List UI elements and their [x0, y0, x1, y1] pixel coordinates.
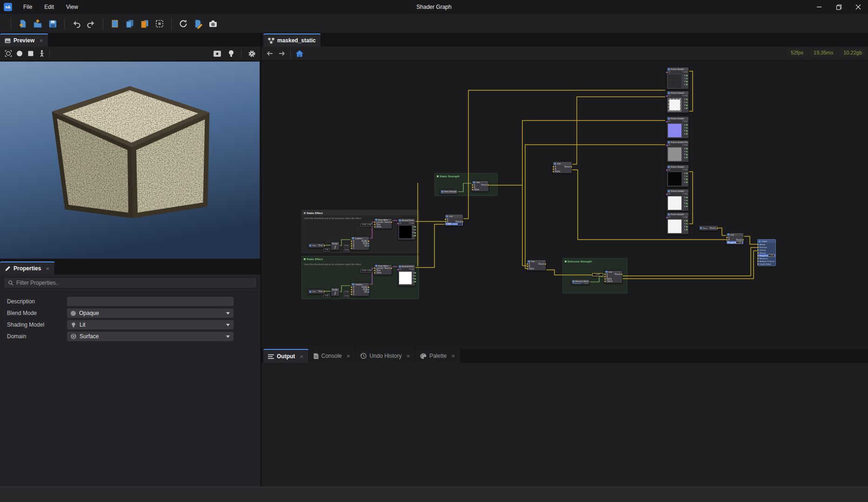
open-file-button[interactable]: [31, 17, 45, 31]
rename-button[interactable]: [191, 17, 205, 31]
bulb-icon: [71, 322, 76, 328]
history-icon: [360, 353, 367, 359]
graph-node-lerp-e[interactable]: LerpAResultBAlpha: [472, 181, 489, 192]
graph-node-fx2[interactable]: Static EffectCoordinatesResultTimeOffset: [374, 264, 392, 275]
graph-node-tex5[interactable]: Texture SampleUVRGBARGBA: [667, 165, 689, 187]
filter-properties-input[interactable]: [16, 280, 253, 286]
close-button[interactable]: [848, 0, 868, 14]
graph-node-val1c[interactable]: 0.00: [344, 249, 349, 252]
search-icon: [8, 280, 13, 286]
graph-node-tex4[interactable]: Texture Sample ParamUVRGBARGBA: [667, 140, 689, 162]
rename-icon: [193, 19, 203, 29]
home-icon[interactable]: [295, 50, 304, 57]
preview-viewport[interactable]: [0, 61, 260, 259]
graph-node-val2b[interactable]: 0.00: [344, 291, 349, 294]
blend-mode-dropdown[interactable]: Opaque: [67, 308, 234, 318]
graph-node-comb2[interactable]: CombineRRGBAGRGBBRGA: [351, 282, 369, 296]
graph-node-float-a[interactable]: FloatResult: [699, 225, 718, 231]
save-button[interactable]: [46, 17, 60, 31]
select-all-button[interactable]: [153, 17, 167, 31]
graph-node-emissive-strength[interactable]: Emissive Strength0.500: [571, 279, 590, 285]
document-icon: [314, 353, 319, 359]
tab-palette[interactable]: Palette ✕: [415, 349, 461, 363]
tab-console[interactable]: Console ✕: [309, 349, 355, 363]
graph-node-fx1[interactable]: Static EffectCoordinatesResultTimeOffset: [374, 218, 392, 229]
chevron-down-icon: [226, 335, 230, 338]
description-input[interactable]: [67, 296, 234, 307]
graph-node-val1b[interactable]: 0.00: [344, 245, 349, 248]
tab-properties-close-icon[interactable]: ✕: [46, 266, 49, 271]
orbit-view-icon[interactable]: [5, 50, 12, 57]
graph-node-lerp-d[interactable]: LerpABResultRoughness1.000: [726, 233, 744, 245]
tab-output-close-icon[interactable]: ✕: [300, 354, 303, 359]
forward-arrow-icon[interactable]: [278, 50, 286, 57]
new-file-button[interactable]: [16, 17, 30, 31]
cut-button[interactable]: [108, 17, 122, 31]
menu-view[interactable]: View: [61, 2, 83, 12]
filter-properties-box: [4, 277, 257, 288]
save-icon: [47, 19, 58, 29]
tab-palette-close-icon[interactable]: ✕: [451, 354, 455, 359]
redo-button[interactable]: [84, 17, 98, 31]
graph-node-tex2[interactable]: Texture SampleUVRGBARGBA: [667, 91, 689, 113]
graph-node-tex1[interactable]: Texture SampleUVRGBARGBA: [667, 67, 689, 89]
tab-masked-static[interactable]: masked_static: [263, 33, 321, 47]
tab-properties[interactable]: Properties ✕: [0, 261, 55, 274]
chevron-down-icon: [226, 312, 230, 315]
paste-button[interactable]: [138, 17, 152, 31]
figure-shape-icon[interactable]: [38, 50, 46, 57]
preview-toolbar: [0, 47, 260, 61]
graph-node-lerp-a[interactable]: LerpABResult0.500: [445, 214, 463, 226]
graph-node-val4[interactable]: 0.000: [592, 273, 603, 276]
restore-button[interactable]: [829, 0, 848, 14]
graph-node-val1a[interactable]: 1.00: [323, 248, 330, 252]
refresh-button[interactable]: [176, 17, 190, 31]
tab-output[interactable]: Output ✕: [263, 349, 309, 363]
graph-wire: [622, 251, 757, 279]
app-icon[interactable]: s&: [4, 3, 12, 11]
sphere-shape-icon[interactable]: [16, 50, 23, 57]
graph-node-lerp-f[interactable]: LerpAResultBAlphaClamp: [604, 270, 622, 283]
graph-wire: [590, 277, 604, 282]
tab-undo-history[interactable]: Undo History ✕: [355, 349, 415, 363]
graph-node-tex7[interactable]: Texture SampleUVRGBARGBA: [667, 212, 689, 234]
menu-file[interactable]: File: [19, 2, 37, 12]
graph-node-tex3[interactable]: Texture SampleUVRGBARGBA: [667, 116, 689, 139]
cube-shape-icon[interactable]: [27, 50, 34, 57]
graph-node-ns2[interactable]: Masked Static TextureUVRGBARGBA: [398, 264, 415, 286]
render-target-icon[interactable]: [213, 50, 221, 57]
lighting-icon[interactable]: [228, 50, 234, 58]
settings-gear-icon[interactable]: [248, 50, 256, 58]
graph-node-val2d[interactable]: 0.000, 0.000: [361, 269, 373, 273]
graph-node-static-strength[interactable]: Static Strength0.500: [440, 189, 458, 194]
tab-preview-label: Preview: [13, 37, 34, 44]
graph-node-lerp-b[interactable]: LerpAResultBAlpha: [553, 161, 572, 174]
graph-node-val2c[interactable]: 0.00: [344, 295, 349, 298]
domain-value: Surface: [80, 333, 99, 340]
refresh-icon: [178, 19, 188, 29]
back-arrow-icon[interactable]: [266, 50, 274, 57]
tab-undo-history-close-icon[interactable]: ✕: [407, 354, 410, 359]
tab-preview-close-icon[interactable]: ✕: [39, 38, 43, 43]
domain-dropdown[interactable]: Surface: [67, 331, 234, 341]
graph-canvas[interactable]: Static EffectUses this threshold and a m…: [261, 61, 868, 349]
graph-node-val1d[interactable]: 0.000, 0.000: [361, 223, 373, 227]
graph-node-time1[interactable]: TimeTime: [308, 243, 325, 248]
graph-node-div2[interactable]: Divide/: [331, 288, 340, 296]
graph-node-comb1[interactable]: CombineRRGBAGRGBBRGA: [351, 236, 369, 250]
graph-node-time2[interactable]: TimeTime: [308, 289, 325, 294]
graph-node-div1[interactable]: Divide/: [331, 241, 340, 250]
tab-preview[interactable]: Preview ✕: [0, 33, 48, 47]
copy-button[interactable]: [123, 17, 137, 31]
undo-button[interactable]: [69, 17, 83, 31]
graph-node-ns1[interactable]: Masked Static TextureUVRGBARGBA: [398, 218, 415, 240]
graph-node-output[interactable]: OutputAlbedoEmissiveOpacityNormalRoughne…: [757, 239, 776, 266]
shading-model-dropdown[interactable]: Lit: [67, 320, 234, 330]
tab-console-close-icon[interactable]: ✕: [347, 354, 350, 359]
graph-node-lerp-c[interactable]: LerpAResultBAlpha: [527, 260, 546, 271]
graph-node-val2a[interactable]: 1.00: [323, 295, 330, 298]
minimize-button[interactable]: [809, 0, 829, 14]
screenshot-button[interactable]: [206, 17, 220, 31]
menu-edit[interactable]: Edit: [40, 2, 59, 12]
graph-node-tex6[interactable]: Texture SampleUVRGBARGBA: [667, 189, 689, 211]
